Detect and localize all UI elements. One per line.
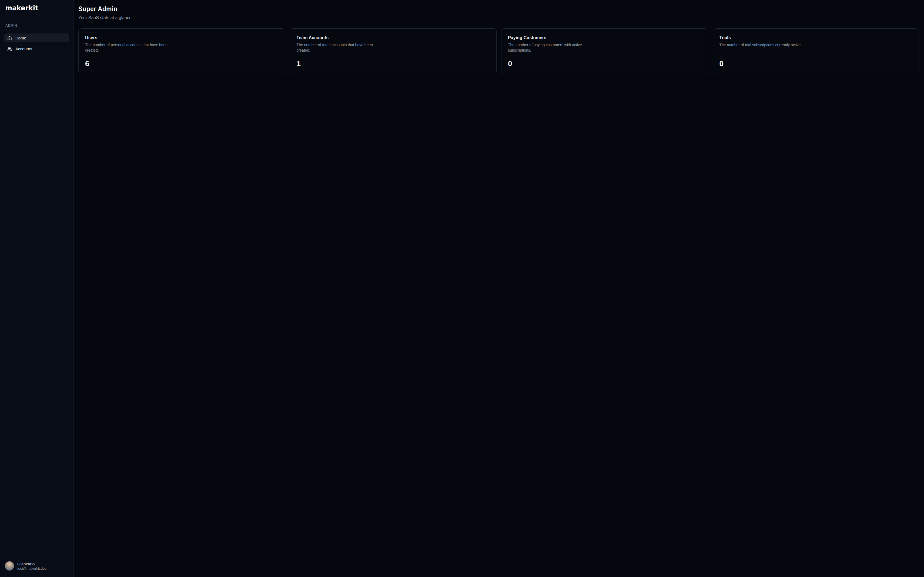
stat-card-description: The number of trial subscriptions curren… <box>719 42 809 48</box>
user-email: test@makerkit.dev <box>17 567 47 570</box>
stat-card-title: Users <box>85 35 279 40</box>
stat-card-value: 1 <box>297 54 490 68</box>
app-logo: makerkit <box>4 4 69 13</box>
page-title: Super Admin <box>78 5 919 13</box>
sidebar-item-home[interactable]: Home <box>4 34 69 42</box>
sidebar-section-label: ADMIN <box>4 24 69 27</box>
stat-card-title: Trials <box>719 35 913 40</box>
stat-card-title: Team Accounts <box>297 35 490 40</box>
stat-card-description: The number of paying customers with acti… <box>508 42 597 53</box>
user-name: Giancarlo <box>17 562 47 566</box>
stat-card-trials: Trials The number of trial subscriptions… <box>713 28 920 74</box>
stats-cards: Users The number of personal accounts th… <box>78 28 919 74</box>
avatar <box>5 561 14 571</box>
sidebar: makerkit ADMIN Home Accounts Giancarlo t… <box>0 0 74 577</box>
page-subtitle: Your SaaS stats at a glance <box>78 15 919 20</box>
sidebar-item-accounts[interactable]: Accounts <box>4 44 69 53</box>
stat-card-value: 0 <box>719 54 913 68</box>
stat-card-value: 6 <box>85 54 279 68</box>
stat-card-description: The number of team accounts that have be… <box>297 42 386 53</box>
sidebar-spacer <box>4 53 69 560</box>
stat-card-users: Users The number of personal accounts th… <box>78 28 285 74</box>
home-icon <box>7 35 12 40</box>
stat-card-title: Paying Customers <box>508 35 701 40</box>
user-menu[interactable]: Giancarlo test@makerkit.dev <box>4 560 69 572</box>
sidebar-nav: Home Accounts <box>4 34 69 53</box>
stat-card-description: The number of personal accounts that hav… <box>85 42 174 53</box>
stat-card-paying-customers: Paying Customers The number of paying cu… <box>501 28 708 74</box>
main-content: Super Admin Your SaaS stats at a glance … <box>74 0 924 577</box>
stat-card-team-accounts: Team Accounts The number of team account… <box>290 28 497 74</box>
sidebar-item-label: Home <box>15 35 26 40</box>
users-icon <box>7 47 12 51</box>
user-meta: Giancarlo test@makerkit.dev <box>17 562 47 570</box>
sidebar-item-label: Accounts <box>15 47 32 51</box>
stat-card-value: 0 <box>508 54 701 68</box>
